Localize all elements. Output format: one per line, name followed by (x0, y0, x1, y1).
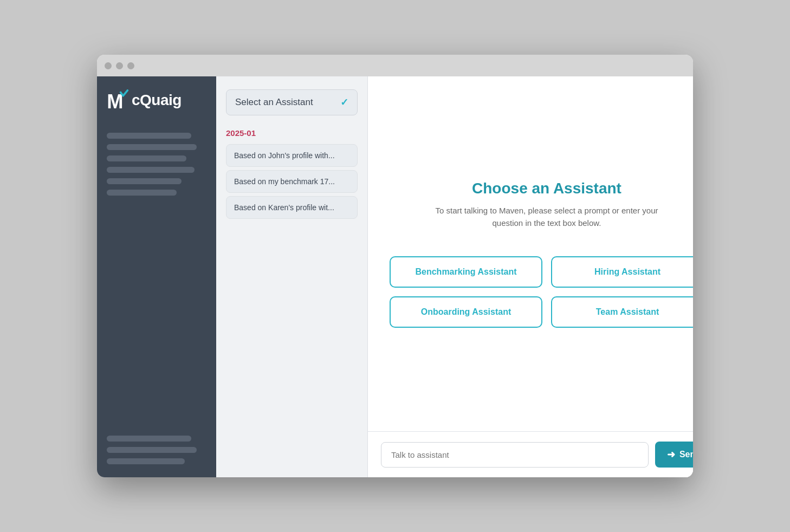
sidebar: M cQuaig (97, 76, 216, 477)
app-window: M cQuaig Sel (97, 55, 693, 477)
logo-area: M cQuaig (107, 89, 206, 111)
sidebar-nav-item-4[interactable] (107, 167, 195, 173)
sidebar-nav (107, 133, 206, 436)
onboarding-assistant-button[interactable]: Onboarding Assistant (390, 296, 542, 328)
input-area: ➜ Send (368, 432, 693, 477)
app-body: M cQuaig Sel (97, 76, 693, 477)
traffic-light-maximize[interactable] (127, 62, 134, 69)
middle-panel: Select an Assistant ✓ 2025-01 Based on J… (216, 76, 368, 477)
send-arrow-icon: ➜ (667, 449, 675, 460)
sidebar-bottom-item-2[interactable] (107, 447, 197, 453)
history-item-1[interactable]: Based on John's profile with... (226, 144, 358, 167)
history-item-2[interactable]: Based on my benchmark 17... (226, 170, 358, 193)
benchmarking-assistant-button[interactable]: Benchmarking Assistant (390, 256, 542, 288)
sidebar-bottom (107, 436, 206, 464)
choose-subtitle: To start talking to Maven, please select… (428, 205, 666, 229)
select-assistant-button[interactable]: Select an Assistant ✓ (226, 89, 358, 115)
main-panel: Choose an Assistant To start talking to … (368, 76, 693, 477)
history-list: Based on John's profile with... Based on… (226, 144, 358, 219)
logo-text: cQuaig (132, 92, 182, 109)
send-button[interactable]: ➜ Send (655, 442, 693, 468)
select-assistant-label: Select an Assistant (235, 97, 313, 108)
sidebar-nav-item-5[interactable] (107, 178, 182, 184)
sidebar-nav-item-1[interactable] (107, 133, 191, 139)
assistant-grid: Benchmarking Assistant Hiring Assistant … (390, 256, 693, 328)
talk-input[interactable] (381, 442, 649, 468)
traffic-light-minimize[interactable] (116, 62, 123, 69)
hiring-assistant-button[interactable]: Hiring Assistant (551, 256, 693, 288)
team-assistant-button[interactable]: Team Assistant (551, 296, 693, 328)
sidebar-bottom-item-1[interactable] (107, 436, 191, 442)
logo-icon: M (107, 89, 131, 111)
sidebar-nav-item-2[interactable] (107, 144, 197, 150)
choose-title: Choose an Assistant (472, 180, 621, 197)
date-label: 2025-01 (226, 128, 358, 138)
sidebar-nav-item-3[interactable] (107, 155, 186, 161)
titlebar (97, 55, 693, 76)
send-label: Send (679, 450, 693, 459)
sidebar-bottom-item-3[interactable] (107, 458, 185, 464)
history-item-3[interactable]: Based on Karen's profile wit... (226, 196, 358, 219)
check-icon: ✓ (340, 96, 348, 108)
sidebar-nav-item-6[interactable] (107, 190, 177, 196)
main-content: Choose an Assistant To start talking to … (368, 76, 693, 431)
traffic-light-close[interactable] (105, 62, 112, 69)
